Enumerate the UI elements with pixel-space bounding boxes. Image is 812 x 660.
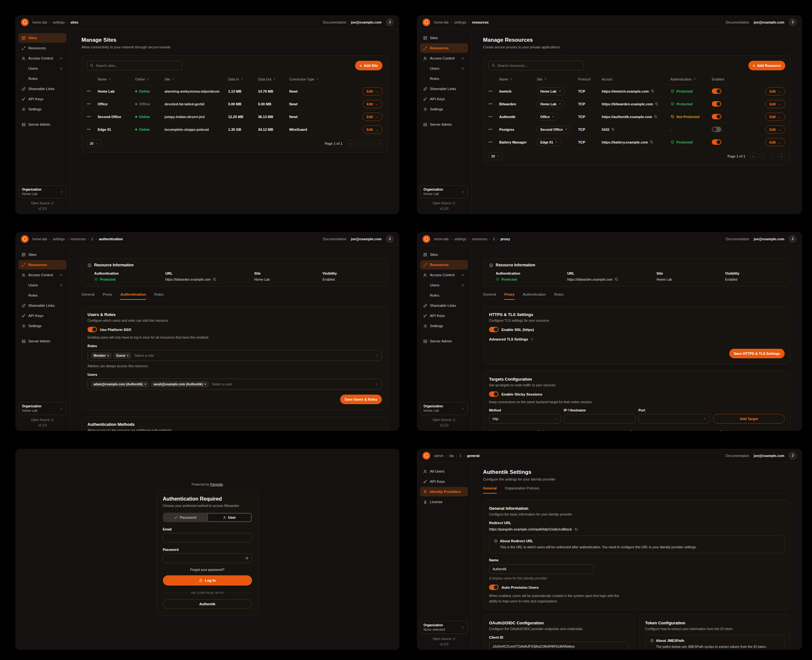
breadcrumb-item[interactable]: authentication bbox=[93, 237, 123, 241]
sidebar-item[interactable]: Shareable Links bbox=[420, 301, 468, 310]
sidebar-item[interactable]: Settings bbox=[19, 321, 67, 331]
user-method-tab[interactable]: User bbox=[208, 513, 251, 522]
pangolin-logo-icon[interactable] bbox=[423, 235, 430, 243]
breadcrumb-item[interactable]: admin bbox=[434, 454, 444, 458]
tab[interactable]: Rules bbox=[554, 292, 563, 300]
edit-button[interactable]: Edit bbox=[362, 113, 382, 121]
page-size-select[interactable]: 20 bbox=[87, 140, 101, 148]
row-actions-button[interactable] bbox=[87, 127, 98, 132]
breadcrumb[interactable]: home-labsettingsresources2authentication bbox=[32, 237, 123, 241]
sidebar-item[interactable]: Resources bbox=[420, 43, 468, 53]
enabled-toggle[interactable] bbox=[712, 127, 721, 132]
sticky-sessions-toggle[interactable] bbox=[489, 392, 499, 397]
open-source-link[interactable]: Open Source bbox=[31, 418, 54, 422]
jmespath-link[interactable]: Learn more about JMESPath bbox=[656, 649, 704, 650]
breadcrumb-item[interactable]: settings bbox=[47, 21, 65, 24]
breadcrumb[interactable]: home-labsettingsresources bbox=[434, 21, 489, 24]
row-actions-button[interactable] bbox=[87, 102, 98, 106]
users-select[interactable]: adam@example.com (Authentik)sarah@exampl… bbox=[87, 379, 382, 390]
copy-icon[interactable] bbox=[574, 528, 578, 531]
documentation-link[interactable]: Documentation bbox=[323, 21, 346, 24]
avatar[interactable]: J bbox=[789, 452, 796, 460]
site-link[interactable]: Home Lab bbox=[537, 100, 565, 108]
edit-button[interactable]: Edit bbox=[765, 100, 785, 108]
tab[interactable]: General bbox=[483, 292, 496, 300]
sidebar-item[interactable]: Server Admin bbox=[420, 336, 468, 346]
breadcrumb-item[interactable]: idp bbox=[444, 454, 454, 458]
pangolin-logo-icon[interactable] bbox=[423, 19, 430, 26]
organization-picker[interactable]: OrganizationHome Lab bbox=[19, 402, 67, 415]
name-input[interactable]: Authentik bbox=[489, 564, 594, 574]
sidebar-item[interactable]: Users bbox=[420, 63, 468, 73]
tab[interactable]: Proxy bbox=[504, 292, 514, 300]
sidebar-item[interactable]: API Keys bbox=[19, 311, 67, 320]
remove-chip-icon[interactable] bbox=[204, 382, 206, 386]
edit-button[interactable]: Edit bbox=[765, 138, 785, 146]
open-source-link[interactable]: Open Source bbox=[31, 201, 54, 205]
tab[interactable]: Proxy bbox=[103, 292, 112, 300]
last-page-button[interactable] bbox=[376, 140, 382, 147]
row-actions-button[interactable] bbox=[488, 89, 499, 94]
sidebar-item[interactable]: Users bbox=[19, 63, 67, 73]
sidebar-item[interactable]: Settings bbox=[19, 105, 67, 114]
column-header[interactable]: Data In bbox=[228, 77, 258, 81]
breadcrumb-item[interactable]: resources bbox=[466, 21, 488, 24]
sidebar-item[interactable]: Settings bbox=[420, 321, 468, 331]
tab[interactable]: Authentication bbox=[120, 292, 146, 300]
column-header[interactable]: Connection Type bbox=[289, 77, 337, 81]
save-tls-button[interactable]: Save HTTPS & TLS Settings bbox=[729, 349, 785, 358]
email-field[interactable] bbox=[163, 533, 252, 543]
column-header[interactable]: Online bbox=[135, 77, 165, 81]
next-page-button[interactable] bbox=[366, 140, 373, 147]
site-link[interactable]: Edge 01 bbox=[537, 138, 561, 146]
user-email[interactable]: joe@example.com bbox=[754, 454, 784, 458]
breadcrumb[interactable]: adminidp1general bbox=[434, 454, 479, 458]
sidebar-item[interactable]: Identity Providers bbox=[420, 487, 468, 497]
column-header[interactable]: Site bbox=[537, 77, 578, 81]
open-source-link[interactable]: Open Source bbox=[433, 418, 456, 422]
user-email[interactable]: joe@example.com bbox=[351, 237, 382, 241]
sidebar-item[interactable]: API Keys bbox=[19, 94, 67, 104]
tab[interactable]: Rules bbox=[154, 292, 163, 300]
breadcrumb-item[interactable]: settings bbox=[449, 21, 466, 24]
sidebar-item[interactable]: Sites bbox=[420, 33, 468, 43]
row-actions-button[interactable] bbox=[488, 114, 499, 119]
spinner-icon[interactable] bbox=[704, 417, 706, 420]
tab[interactable]: General bbox=[81, 292, 95, 300]
breadcrumb-item[interactable]: resources bbox=[65, 237, 86, 241]
add-target-button[interactable]: Add Target bbox=[713, 414, 785, 424]
enable-ssl-toggle[interactable] bbox=[489, 327, 499, 332]
site-link[interactable]: Second Office bbox=[537, 126, 571, 133]
method-select[interactable]: http bbox=[489, 414, 561, 424]
breadcrumb-item[interactable]: home-lab bbox=[434, 237, 449, 241]
row-actions-button[interactable] bbox=[488, 127, 499, 132]
port-input[interactable] bbox=[639, 414, 710, 424]
enabled-toggle[interactable] bbox=[712, 114, 721, 119]
sidebar-item[interactable]: Sites bbox=[19, 33, 67, 43]
sidebar-item[interactable]: API Keys bbox=[420, 477, 468, 486]
sidebar-item[interactable]: Shareable Links bbox=[420, 84, 468, 94]
row-actions-button[interactable] bbox=[488, 102, 499, 106]
row-actions-button[interactable] bbox=[87, 89, 98, 94]
sidebar-item[interactable]: Users bbox=[420, 280, 468, 290]
password-field[interactable] bbox=[163, 554, 252, 563]
sidebar-item[interactable]: Access Control bbox=[420, 270, 468, 280]
enabled-toggle[interactable] bbox=[712, 101, 721, 106]
copy-icon[interactable] bbox=[213, 278, 216, 281]
sidebar-item[interactable]: License bbox=[420, 497, 468, 507]
edit-button[interactable]: Edit bbox=[765, 125, 785, 134]
forgot-password-link[interactable]: Forgot your password? bbox=[163, 568, 252, 571]
first-page-button[interactable] bbox=[347, 140, 354, 147]
breadcrumb-item[interactable]: settings bbox=[47, 237, 65, 241]
avatar[interactable]: J bbox=[789, 235, 796, 243]
sidebar-item[interactable]: Resources bbox=[19, 43, 67, 53]
sidebar-item[interactable]: Access Control bbox=[19, 54, 67, 63]
copy-icon[interactable] bbox=[611, 128, 615, 131]
breadcrumb[interactable]: home-labsettingsresources2proxy bbox=[434, 237, 510, 241]
search-input[interactable] bbox=[488, 61, 584, 70]
sidebar-item[interactable]: Roles bbox=[420, 74, 468, 83]
copy-icon[interactable] bbox=[614, 278, 618, 281]
column-header[interactable]: Protocol bbox=[578, 77, 602, 81]
remove-chip-icon[interactable] bbox=[127, 354, 129, 357]
last-page-button[interactable] bbox=[778, 153, 785, 160]
